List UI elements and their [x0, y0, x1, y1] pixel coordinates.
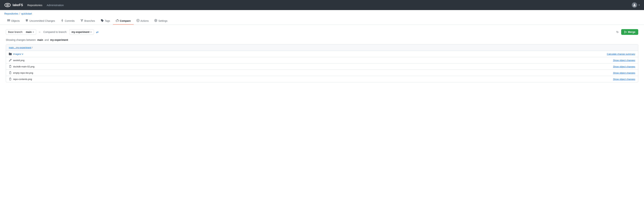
- file-name-0: axolotl.png: [13, 59, 613, 62]
- compared-branch-value: my-experiment: [72, 30, 90, 33]
- lakefs-logo: [4, 2, 11, 8]
- branch-arrow-icon: ←: [38, 30, 41, 34]
- changes-description: Showing changes between main and my-expe…: [6, 38, 638, 41]
- file-tree-header: main...my-experiment /: [6, 44, 638, 51]
- breadcrumb: Repositories / quickstart: [0, 10, 644, 17]
- tags-icon: [101, 19, 104, 22]
- tab-commits-label: Commits: [65, 19, 75, 22]
- uncommitted-icon: [25, 19, 28, 22]
- nav-administration[interactable]: Administration: [46, 3, 64, 7]
- file-tree: main...my-experiment / images/ ∨ Calcula…: [6, 44, 638, 82]
- file-icon-0: [9, 59, 13, 62]
- base-branch-caret: ▾: [33, 31, 34, 33]
- branches-icon: [80, 19, 83, 22]
- tab-compare[interactable]: Compare: [113, 17, 134, 25]
- navbar-right: ▾: [632, 2, 640, 8]
- tab-tags-label: Tags: [105, 19, 110, 22]
- svg-point-3: [62, 20, 63, 21]
- file-name-1: duckdb-main-02.png: [13, 65, 613, 68]
- refresh-button[interactable]: ↻: [616, 30, 619, 34]
- folder-row: images/ ∨ Calculate change summary: [6, 51, 638, 57]
- tab-objects-label: Objects: [11, 19, 20, 22]
- settings-icon: [154, 19, 157, 22]
- breadcrumb-repositories[interactable]: Repositories: [4, 12, 18, 15]
- branch-row-right: ↻ Merge: [616, 29, 638, 35]
- changes-compare: my-experiment: [50, 38, 68, 41]
- file-icon-3: [9, 78, 13, 80]
- main-content: Base branch: main ▾ ← Compared to branch…: [0, 25, 644, 87]
- commits-icon: [61, 19, 64, 22]
- show-object-changes-3[interactable]: Show object changes: [613, 78, 635, 80]
- calculate-change-summary-link[interactable]: Calculate change summary: [607, 53, 635, 55]
- folder-name-text: images/: [13, 53, 22, 55]
- brand: lakeFS: [4, 2, 23, 8]
- merge-label: Merge: [628, 30, 635, 33]
- compared-label: Compared to branch:: [43, 30, 67, 33]
- objects-icon: [7, 19, 10, 22]
- file-icon-1: [9, 65, 13, 68]
- folder-chevron: ∨: [22, 53, 24, 55]
- tab-branches-label: Branches: [84, 19, 95, 22]
- compared-branch-selector[interactable]: my-experiment ▾: [69, 29, 94, 35]
- file-name-3: repo-contents.png: [13, 78, 613, 80]
- merge-icon: [624, 30, 627, 33]
- show-object-changes-2[interactable]: Show object changes: [613, 71, 635, 74]
- branch-selector-row: Base branch: main ▾ ← Compared to branch…: [6, 29, 638, 35]
- breadcrumb-sep-1: /: [20, 12, 20, 15]
- tab-tags[interactable]: Tags: [98, 17, 113, 25]
- compare-icon: [116, 19, 119, 22]
- changes-base: main: [37, 38, 43, 41]
- user-avatar[interactable]: [632, 2, 637, 8]
- tab-objects[interactable]: Objects: [4, 17, 22, 25]
- show-object-changes-0[interactable]: Show object changes: [613, 59, 635, 62]
- actions-icon: [136, 19, 140, 22]
- user-menu-chevron[interactable]: ▾: [638, 4, 640, 6]
- file-row-2: empty-repo-list.png Show object changes: [6, 70, 638, 76]
- compared-branch-caret: ▾: [90, 31, 92, 33]
- compared-text: Compared to branch:: [43, 30, 67, 33]
- show-object-changes-1[interactable]: Show object changes: [613, 65, 635, 68]
- folder-icon: [9, 52, 13, 55]
- tab-uncommitted[interactable]: Uncommitted Changes: [22, 17, 58, 25]
- file-icon-2: [9, 71, 13, 74]
- merge-button[interactable]: Merge: [621, 29, 638, 35]
- base-branch-selector[interactable]: Base branch: main ▾: [6, 29, 36, 35]
- changes-and: and: [44, 38, 49, 41]
- file-row-0: axolotl.png Show object changes: [6, 57, 638, 63]
- tab-compare-label: Compare: [120, 19, 131, 22]
- navbar-left: lakeFS Repositories Administration: [4, 2, 64, 8]
- file-name-2: empty-repo-list.png: [13, 71, 613, 74]
- folder-name: images/ ∨: [13, 53, 607, 55]
- tab-actions-label: Actions: [140, 19, 149, 22]
- tree-path-link[interactable]: main...my-experiment: [9, 46, 31, 49]
- file-row-3: repo-contents.png Show object changes: [6, 76, 638, 82]
- nav-repositories[interactable]: Repositories: [27, 3, 42, 7]
- navbar: lakeFS Repositories Administration ▾: [0, 0, 644, 10]
- tab-commits[interactable]: Commits: [58, 17, 78, 25]
- base-branch-value: main: [26, 30, 32, 33]
- tab-settings[interactable]: Settings: [152, 17, 170, 25]
- tabs: Objects Uncommitted Changes Commits Bran…: [0, 17, 644, 25]
- base-branch-label: Base branch:: [8, 30, 23, 33]
- svg-point-2: [7, 5, 8, 5]
- brand-name: lakeFS: [12, 3, 23, 7]
- tab-actions[interactable]: Actions: [134, 17, 152, 25]
- tab-uncommitted-label: Uncommitted Changes: [29, 19, 55, 22]
- tab-settings-label: Settings: [158, 19, 168, 22]
- breadcrumb-quickstart[interactable]: quickstart: [21, 12, 32, 15]
- changes-desc-prefix: Showing changes between: [6, 38, 36, 41]
- tree-path-sep: /: [32, 46, 33, 49]
- folder-name-link[interactable]: images/ ∨: [13, 53, 607, 55]
- swap-branches-icon[interactable]: ⇄: [96, 30, 98, 34]
- tab-branches[interactable]: Branches: [78, 17, 98, 25]
- file-row-1: duckdb-main-02.png Show object changes: [6, 63, 638, 70]
